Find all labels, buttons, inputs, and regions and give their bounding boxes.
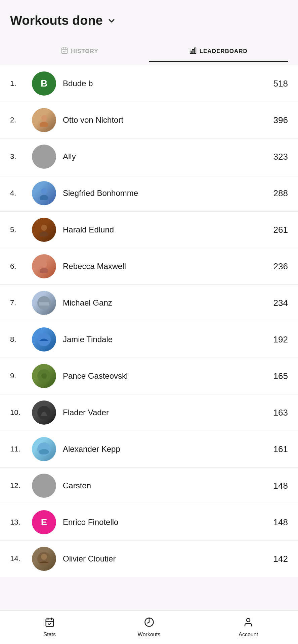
avatar [32,218,56,242]
avatar [32,400,56,425]
svg-point-11 [40,195,48,200]
rank-10: 10. [10,408,32,417]
score: 165 [261,371,288,381]
rank-3: 3. [10,152,32,161]
svg-rect-0 [62,48,68,54]
user-name: Harald Edlund [63,225,261,234]
account-icon [243,617,253,630]
leaderboard-list: 1. B Bdude b 518 2. Otto von Nichtort 39… [0,65,298,577]
svg-point-32 [247,619,250,622]
title-text: Workouts done [10,13,103,28]
score: 396 [261,115,288,125]
svg-point-14 [41,261,47,267]
avatar [32,254,56,278]
svg-rect-26 [46,619,54,627]
header: Workouts done [0,0,298,35]
svg-point-7 [190,50,191,51]
score: 261 [261,225,288,235]
svg-point-31 [148,618,150,619]
avatar [32,327,56,352]
svg-point-20 [41,373,47,379]
table-row[interactable]: 7. Michael Ganz 234 [0,285,298,321]
score: 148 [261,481,288,491]
user-name: Enrico Finotello [63,518,261,527]
table-row[interactable]: 5. Harald Edlund 261 [0,212,298,248]
table-row[interactable]: 12. Carsten 148 [0,468,298,504]
table-row[interactable]: 1. B Bdude b 518 [0,65,298,102]
svg-point-10 [41,188,47,194]
nav-item-stats[interactable]: Stats [0,614,99,641]
avatar [32,145,56,169]
avatar [32,108,56,132]
tab-history-label: HISTORY [71,48,98,55]
rank-13: 13. [10,518,32,527]
user-name: Pance Gasteovski [63,371,261,381]
nav-item-workouts[interactable]: Workouts [99,614,199,641]
rank-9: 9. [10,372,32,380]
table-row[interactable]: 4. Siegfried Bonhomme 288 [0,175,298,212]
table-row[interactable]: 2. Otto von Nichtort 396 [0,102,298,139]
score: 142 [261,554,288,564]
rank-12: 12. [10,481,32,490]
rank-2: 2. [10,116,32,124]
table-row[interactable]: 6. Rebecca Maxwell 236 [0,248,298,285]
avatar [32,291,56,315]
table-row[interactable]: 8. Jamie Tindale 192 [0,321,298,358]
score: 163 [261,408,288,418]
avatar [32,181,56,205]
svg-point-23 [39,449,49,454]
score: 192 [261,334,288,345]
user-name: Olivier Cloutier [63,554,261,564]
table-row[interactable]: 11. Alexander Kepp 161 [0,431,298,468]
workouts-icon [144,617,154,630]
rank-5: 5. [10,225,32,234]
svg-point-8 [41,115,47,121]
table-row[interactable]: 10. Flader Vader 163 [0,394,298,431]
table-row[interactable]: 14. Olivier Cloutier 142 [0,541,298,577]
user-name: Ally [63,152,261,161]
user-name: Siegfried Bonhomme [63,189,261,198]
rank-8: 8. [10,335,32,344]
page-title[interactable]: Workouts done [10,13,288,28]
tab-leaderboard[interactable]: LEADERBOARD [149,41,288,62]
svg-point-12 [41,225,47,231]
svg-point-13 [40,231,48,236]
nav-stats-label: Stats [44,632,56,638]
score: 148 [261,517,288,528]
user-name: Michael Ganz [63,298,261,308]
chevron-down-icon[interactable] [107,16,116,25]
avatar [32,547,56,571]
user-name: Carsten [63,481,261,490]
score: 236 [261,261,288,272]
score: 323 [261,152,288,162]
rank-11: 11. [10,445,32,453]
bottom-nav: Stats Workouts Account [0,610,298,644]
avatar [32,437,56,461]
score: 288 [261,188,288,199]
rank-6: 6. [10,262,32,271]
svg-rect-4 [190,51,191,53]
user-name: Alexander Kepp [63,444,261,454]
avatar [32,474,56,498]
nav-item-account[interactable]: Account [199,614,298,641]
svg-rect-6 [194,48,196,54]
table-row[interactable]: 3. Ally 323 [0,139,298,175]
avatar: E [32,510,56,534]
svg-point-9 [40,122,48,127]
svg-point-15 [40,268,48,273]
leaderboard-icon [189,47,197,56]
tab-history[interactable]: HISTORY [10,41,149,62]
avatar [32,364,56,388]
user-name: Bdude b [63,79,261,88]
nav-workouts-label: Workouts [138,632,160,638]
avatar: B [32,71,56,96]
rank-4: 4. [10,189,32,198]
score: 161 [261,444,288,454]
table-row[interactable]: 13. E Enrico Finotello 148 [0,504,298,541]
svg-point-25 [41,554,47,560]
user-name: Flader Vader [63,408,261,417]
history-icon [61,47,68,56]
rank-1: 1. [10,79,32,88]
table-row[interactable]: 9. Pance Gasteovski 165 [0,358,298,394]
leaderboard-content: 1. B Bdude b 518 2. Otto von Nichtort 39… [0,65,298,617]
